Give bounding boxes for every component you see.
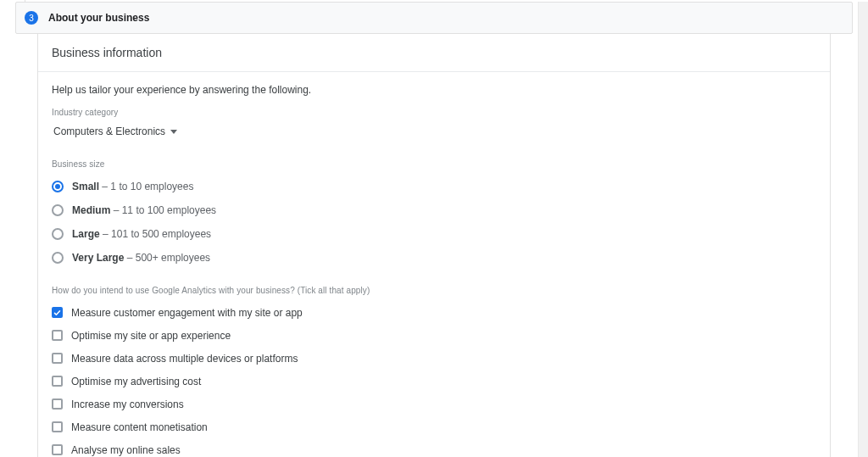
card-lead-text: Help us tailor your experience by answer…	[52, 84, 816, 96]
size-option-label: Small – 1 to 10 employees	[72, 181, 193, 192]
size-option[interactable]: Very Large – 500+ employees	[52, 248, 816, 267]
intent-option[interactable]: Analyse my online sales	[52, 441, 816, 457]
size-option-label: Large – 101 to 500 employees	[72, 229, 211, 239]
intent-option[interactable]: Measure content monetisation	[52, 418, 816, 436]
intent-option[interactable]: Optimise my site or app experience	[52, 326, 816, 344]
radio-icon	[52, 252, 64, 264]
industry-label: Industry category	[52, 108, 816, 117]
card-heading: Business information	[38, 34, 830, 72]
checkbox-icon	[52, 421, 63, 432]
chevron-down-icon	[170, 130, 177, 134]
checkbox-icon	[52, 307, 63, 318]
scrollbar-track[interactable]	[858, 2, 868, 457]
intent-option[interactable]: Measure customer engagement with my site…	[52, 304, 816, 321]
step-number-badge: 3	[25, 11, 38, 25]
checkbox-icon	[52, 330, 63, 341]
industry-dropdown[interactable]: Computers & Electronics	[52, 122, 179, 141]
size-option[interactable]: Large – 101 to 500 employees	[52, 225, 816, 243]
intent-option-label: Measure customer engagement with my site…	[71, 308, 303, 318]
intent-option[interactable]: Optimise my advertising cost	[52, 372, 816, 390]
intent-option-label: Measure content monetisation	[71, 422, 208, 432]
size-option-label: Very Large – 500+ employees	[72, 253, 210, 263]
intent-checkbox-group: Measure customer engagement with my site…	[52, 304, 816, 457]
checkbox-icon	[52, 353, 63, 364]
size-option[interactable]: Medium – 11 to 100 employees	[52, 201, 816, 220]
checkbox-icon	[52, 444, 63, 455]
intent-option[interactable]: Increase my conversions	[52, 395, 816, 413]
intent-label: How do you intend to use Google Analytic…	[52, 286, 816, 295]
intent-option[interactable]: Measure data across multiple devices or …	[52, 349, 816, 367]
size-label: Business size	[52, 159, 816, 169]
step-title: About your business	[48, 12, 149, 24]
intent-option-label: Analyse my online sales	[71, 445, 181, 455]
size-option-label: Medium – 11 to 100 employees	[72, 205, 216, 215]
wizard-step-header: 3 About your business	[15, 2, 853, 34]
radio-icon	[52, 228, 64, 240]
checkbox-icon	[52, 398, 63, 410]
intent-option-label: Increase my conversions	[71, 399, 184, 410]
intent-option-label: Optimise my site or app experience	[71, 331, 231, 341]
industry-value: Computers & Electronics	[53, 125, 165, 137]
size-option[interactable]: Small – 1 to 10 employees	[52, 177, 816, 196]
checkbox-icon	[52, 376, 63, 387]
size-radio-group: Small – 1 to 10 employeesMedium – 11 to …	[52, 177, 816, 267]
radio-icon	[52, 204, 64, 216]
intent-option-label: Optimise my advertising cost	[71, 376, 201, 387]
radio-icon	[52, 181, 64, 192]
business-info-card: Business information Help us tailor your…	[37, 34, 831, 457]
intent-option-label: Measure data across multiple devices or …	[71, 354, 298, 364]
